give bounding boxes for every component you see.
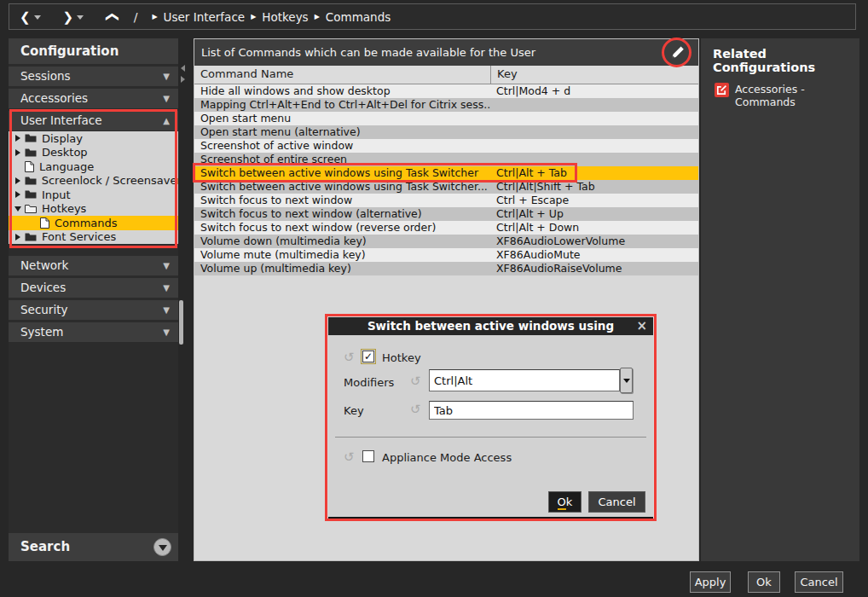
tree-item-screenlock-screensaver[interactable]: Screenlock / Screensaver bbox=[9, 174, 178, 188]
tree-item-hotkeys[interactable]: Hotkeys bbox=[9, 202, 178, 217]
key-cell: Ctrl|Alt|Shift + Tab bbox=[490, 180, 698, 194]
table-row[interactable]: Screenshot of active window bbox=[194, 139, 698, 153]
tree-item-input[interactable]: Input bbox=[9, 188, 178, 202]
chevron-down-icon bbox=[623, 379, 630, 383]
table-row[interactable]: Switch between active windows using Task… bbox=[194, 180, 698, 194]
table-row[interactable]: Switch focus to next window (alternative… bbox=[194, 207, 698, 221]
key-cell bbox=[490, 139, 698, 153]
edit-link-icon bbox=[715, 83, 729, 108]
sidebar-item-devices[interactable]: Devices▼ bbox=[9, 278, 178, 298]
sidebar-item-accessories[interactable]: Accessories▼ bbox=[9, 89, 178, 108]
folder-icon bbox=[25, 189, 37, 200]
folder-icon bbox=[25, 232, 37, 242]
related-link-accessories-commands[interactable]: Accessories - Commands bbox=[715, 83, 859, 108]
splitter-collapse-control[interactable] bbox=[181, 65, 185, 83]
chevron-down-icon: ▼ bbox=[163, 67, 170, 86]
tree-item-language[interactable]: Language bbox=[9, 159, 178, 174]
column-command-name[interactable]: Command Name bbox=[194, 66, 490, 84]
reset-icon[interactable]: ↺ bbox=[344, 451, 355, 464]
table-row[interactable]: Switch focus to next windowCtrl + Escape bbox=[194, 194, 698, 207]
sidebar-tree: DisplayDesktopLanguageScreenlock / Scree… bbox=[9, 131, 178, 244]
search-expand-button[interactable] bbox=[153, 538, 171, 556]
folder-icon bbox=[25, 148, 37, 158]
sidebar-search-section[interactable]: Search bbox=[9, 533, 178, 561]
document-icon bbox=[40, 217, 49, 229]
key-cell bbox=[490, 112, 698, 125]
reset-icon[interactable]: ↺ bbox=[410, 375, 421, 388]
tree-item-label: Font Services bbox=[42, 230, 116, 243]
table-row[interactable]: Volume down (multimedia key)XF86AudioLow… bbox=[194, 235, 698, 248]
command-name-cell: Open start menu bbox=[194, 112, 490, 125]
key-cell bbox=[490, 153, 698, 166]
key-cell: XF86AudioLowerVolume bbox=[490, 235, 698, 248]
related-configurations-panel: Related Configurations Accessories - Com… bbox=[701, 38, 859, 561]
table-row[interactable]: Screenshot of entire screen bbox=[194, 153, 698, 166]
expander-closed-icon[interactable] bbox=[13, 149, 23, 156]
tree-item-commands[interactable]: Commands bbox=[9, 216, 178, 230]
table-row[interactable]: Volume up (multimedia key)XF86AudioRaise… bbox=[194, 262, 698, 275]
dialog-ok-button[interactable]: Ok bbox=[548, 491, 582, 513]
forward-history-caret-icon[interactable] bbox=[77, 15, 84, 20]
reset-icon[interactable]: ↺ bbox=[344, 351, 355, 364]
modifiers-input[interactable] bbox=[429, 369, 620, 391]
key-cell: XF86AudioMute bbox=[490, 248, 698, 262]
command-name-cell: Hide all windows and show desktop bbox=[194, 84, 490, 98]
expander-closed-icon[interactable] bbox=[13, 234, 23, 241]
table-row[interactable]: Switch between active windows using Task… bbox=[194, 166, 698, 180]
sidebar-item-sessions[interactable]: Sessions▼ bbox=[9, 67, 178, 86]
sidebar-item-user-interface[interactable]: User Interface ▲ bbox=[9, 111, 178, 130]
key-cell: Ctrl + Escape bbox=[490, 194, 698, 207]
sidebar-scrollbar[interactable] bbox=[179, 300, 183, 345]
back-history-caret-icon[interactable] bbox=[34, 15, 41, 20]
cancel-button[interactable]: Cancel bbox=[795, 571, 843, 593]
expander-closed-icon[interactable] bbox=[13, 135, 23, 142]
key-cell bbox=[490, 125, 698, 139]
back-icon[interactable]: ❮ bbox=[18, 9, 32, 25]
appliance-mode-checkbox[interactable] bbox=[362, 450, 374, 462]
expander-closed-icon[interactable] bbox=[13, 191, 23, 198]
expander-open-icon[interactable] bbox=[13, 206, 23, 212]
reset-icon[interactable]: ↺ bbox=[410, 403, 421, 416]
column-key[interactable]: Key bbox=[490, 66, 698, 84]
up-icon[interactable]: ❯ bbox=[103, 9, 119, 24]
key-input[interactable] bbox=[429, 401, 634, 420]
table-row[interactable]: Switch focus to next window (reverse ord… bbox=[194, 221, 698, 235]
table-row[interactable]: Volume mute (multimedia key)XF86AudioMut… bbox=[194, 248, 698, 262]
key-cell: Ctrl|Alt + Down bbox=[490, 221, 698, 235]
sidebar-item-security[interactable]: Security▼ bbox=[9, 300, 178, 320]
tree-item-desktop[interactable]: Desktop bbox=[9, 146, 178, 160]
tree-item-display[interactable]: Display bbox=[9, 131, 178, 146]
sidebar-item-label: Security bbox=[20, 303, 67, 316]
breadcrumb-segment[interactable]: Hotkeys bbox=[262, 10, 308, 24]
tree-item-font-services[interactable]: Font Services bbox=[9, 230, 178, 245]
dialog-cancel-button[interactable]: Cancel bbox=[588, 491, 645, 513]
close-icon[interactable]: × bbox=[636, 317, 647, 335]
key-label: Key bbox=[344, 404, 364, 417]
expander-closed-icon[interactable] bbox=[13, 177, 23, 184]
table-row[interactable]: Open start menu (alternative) bbox=[194, 125, 698, 139]
breadcrumb-root: / bbox=[134, 10, 138, 24]
dialog-title: Switch between active windows using bbox=[328, 317, 653, 335]
apply-button[interactable]: Apply bbox=[690, 571, 731, 593]
breadcrumb: ▶User Interface▶Hotkeys▶Commands bbox=[146, 10, 391, 24]
key-cell: XF86AudioRaiseVolume bbox=[490, 262, 698, 275]
breadcrumb-segment[interactable]: User Interface bbox=[164, 10, 246, 24]
breadcrumb-segment[interactable]: Commands bbox=[326, 10, 391, 24]
ok-button[interactable]: Ok bbox=[748, 571, 780, 593]
forward-icon[interactable]: ❯ bbox=[61, 9, 76, 25]
collapse-right-icon bbox=[181, 76, 185, 83]
command-name-cell: Screenshot of active window bbox=[194, 139, 490, 153]
modifiers-dropdown-button[interactable] bbox=[620, 368, 633, 393]
table-row[interactable]: Open start menu bbox=[194, 112, 698, 125]
sidebar-item-label: Network bbox=[20, 258, 68, 272]
edit-pencil-icon[interactable] bbox=[668, 43, 686, 65]
sidebar-item-network[interactable]: Network▼ bbox=[9, 256, 178, 275]
hotkey-checkbox[interactable]: ✓ bbox=[362, 351, 374, 362]
table-row[interactable]: Hide all windows and show desktopCtrl|Mo… bbox=[194, 84, 698, 98]
appliance-mode-label: Appliance Mode Access bbox=[382, 451, 512, 464]
collapse-left-icon bbox=[181, 65, 185, 72]
command-name-cell: Mapping Ctrl+Alt+End to Ctrl+Alt+Del for… bbox=[194, 98, 490, 112]
table-row[interactable]: Mapping Ctrl+Alt+End to Ctrl+Alt+Del for… bbox=[194, 98, 698, 112]
command-name-cell: Volume down (multimedia key) bbox=[194, 235, 490, 248]
sidebar-item-system[interactable]: System▼ bbox=[9, 322, 178, 342]
